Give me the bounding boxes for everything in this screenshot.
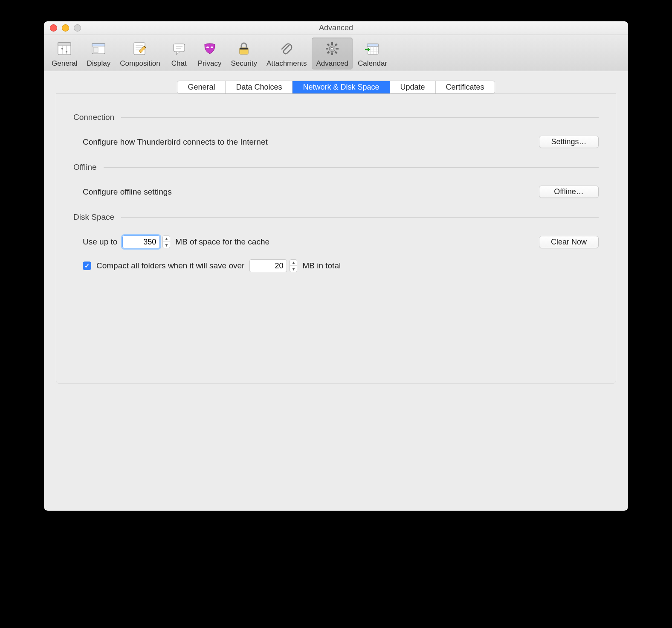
toolbar-display[interactable]: Display <box>82 38 115 70</box>
window-icon <box>89 39 108 58</box>
svg-rect-19 <box>240 48 248 49</box>
advanced-panel: Connection Configure how Thunderbird con… <box>56 93 616 384</box>
divider <box>121 117 599 118</box>
toolbar-label: Security <box>231 59 257 68</box>
svg-rect-8 <box>93 47 98 52</box>
preferences-body: General Data Choices Network & Disk Spac… <box>44 71 628 511</box>
offline-settings-button[interactable]: Offline… <box>539 186 599 198</box>
divider <box>104 167 599 168</box>
stepper-up-icon[interactable]: ▲ <box>163 236 170 242</box>
tab-data-choices[interactable]: Data Choices <box>226 81 293 93</box>
toolbar-label: Calendar <box>358 59 387 68</box>
toolbar-chat[interactable]: Chat <box>165 38 193 70</box>
compact-threshold-stepper[interactable]: ▲ ▼ <box>290 259 297 272</box>
svg-point-17 <box>211 47 213 48</box>
compact-threshold-input[interactable] <box>249 259 287 272</box>
connection-row: Configure how Thunderbird connects to th… <box>73 136 599 148</box>
compact-label: Compact all folders when it will save ov… <box>96 261 244 270</box>
tab-update[interactable]: Update <box>390 81 436 93</box>
preferences-window: Advanced General Display Composition <box>44 21 628 511</box>
diskspace-heading: Disk Space <box>73 212 599 222</box>
toolbar-label: Composition <box>120 59 160 68</box>
advanced-tabs: General Data Choices Network & Disk Spac… <box>56 81 616 94</box>
svg-line-27 <box>335 52 337 53</box>
tab-general[interactable]: General <box>177 81 226 93</box>
compact-suffix: MB in total <box>302 261 341 270</box>
tab-network-disk-space[interactable]: Network & Disk Space <box>293 81 390 93</box>
compact-row: ✓ Compact all folders when it will save … <box>73 259 599 272</box>
toolbar-label: General <box>52 59 77 68</box>
cache-prefix: Use up to <box>83 237 117 247</box>
toolbar-label: Advanced <box>316 59 348 68</box>
toolbar-general[interactable]: General <box>47 38 81 70</box>
toolbar-advanced[interactable]: Advanced <box>312 38 353 70</box>
connection-settings-button[interactable]: Settings… <box>539 136 599 148</box>
toolbar-composition[interactable]: Composition <box>116 38 165 70</box>
lock-icon <box>235 39 253 58</box>
toolbar-calendar[interactable]: Calendar <box>353 38 391 70</box>
tab-certificates[interactable]: Certificates <box>436 81 495 93</box>
cache-suffix: MB of space for the cache <box>175 237 269 247</box>
offline-row: Configure offline settings Offline… <box>73 186 599 198</box>
svg-point-4 <box>61 48 63 49</box>
stepper-up-icon[interactable]: ▲ <box>290 260 297 266</box>
cache-size-input[interactable] <box>122 236 160 248</box>
svg-line-28 <box>335 44 337 46</box>
svg-rect-7 <box>92 44 105 46</box>
paperclip-icon <box>277 39 296 58</box>
window-title: Advanced <box>44 23 628 32</box>
heading-label: Disk Space <box>73 212 114 222</box>
connection-description: Configure how Thunderbird connects to th… <box>83 137 268 147</box>
svg-rect-13 <box>174 44 185 52</box>
gear-icon <box>323 39 342 58</box>
stepper-down-icon[interactable]: ▼ <box>290 266 297 272</box>
toolbar-label: Chat <box>171 59 187 68</box>
divider <box>121 217 599 218</box>
calendar-icon <box>363 39 382 58</box>
svg-rect-31 <box>367 44 378 47</box>
cache-row: Use up to ▲ ▼ MB of space for the cache … <box>73 236 599 248</box>
compose-icon <box>130 39 149 58</box>
offline-heading: Offline <box>73 163 599 172</box>
svg-point-21 <box>331 47 333 50</box>
heading-label: Connection <box>73 113 114 122</box>
toolbar-privacy[interactable]: Privacy <box>194 38 226 70</box>
toolbar-label: Display <box>87 59 110 68</box>
svg-line-26 <box>327 44 329 46</box>
svg-point-5 <box>66 51 67 52</box>
toolbar-label: Attachments <box>266 59 307 68</box>
toolbar-label: Privacy <box>198 59 222 68</box>
svg-line-29 <box>327 52 329 53</box>
titlebar: Advanced <box>44 21 628 35</box>
heading-label: Offline <box>73 163 97 172</box>
slider-icon <box>55 39 74 58</box>
cache-size-stepper[interactable]: ▲ ▼ <box>162 236 170 248</box>
mask-icon <box>200 39 219 58</box>
compact-checkbox[interactable]: ✓ <box>83 262 91 270</box>
svg-rect-1 <box>58 43 71 45</box>
clear-cache-button[interactable]: Clear Now <box>539 236 599 248</box>
chat-icon <box>170 39 188 58</box>
stepper-down-icon[interactable]: ▼ <box>163 242 170 248</box>
toolbar-attachments[interactable]: Attachments <box>262 38 311 70</box>
toolbar-security[interactable]: Security <box>226 38 261 70</box>
offline-description: Configure offline settings <box>83 187 172 197</box>
preferences-toolbar: General Display Composition Chat Privacy <box>44 35 628 71</box>
connection-heading: Connection <box>73 113 599 122</box>
svg-point-16 <box>206 47 209 48</box>
